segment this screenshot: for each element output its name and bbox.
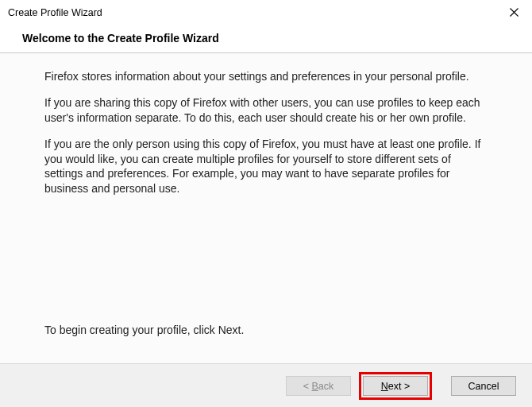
close-icon <box>510 7 519 19</box>
cancel-button-wrap: Cancel <box>438 372 518 400</box>
back-button: < Back <box>286 376 351 396</box>
next-rest: ext > <box>388 381 410 392</box>
spacer <box>44 207 488 323</box>
paragraph-single-user: If you are the only person using this co… <box>44 137 488 197</box>
next-button-highlight: Next > <box>359 372 432 400</box>
next-button[interactable]: Next > <box>363 376 428 396</box>
next-accel: N <box>381 381 388 392</box>
body-area: Firefox stores information about your se… <box>0 53 532 363</box>
content: Welcome to the Create Profile Wizard Fir… <box>0 25 532 407</box>
paragraph-begin: To begin creating your profile, click Ne… <box>44 323 488 338</box>
back-rest: ack <box>318 381 333 392</box>
window-title: Create Profile Wizard <box>8 7 102 18</box>
back-accel: B <box>311 381 318 392</box>
paragraph-intro: Firefox stores information about your se… <box>44 69 488 84</box>
cancel-button[interactable]: Cancel <box>451 376 516 396</box>
wizard-heading: Welcome to the Create Profile Wizard <box>0 25 532 52</box>
back-button-wrap: < Back <box>284 372 353 400</box>
paragraph-sharing: If you are sharing this copy of Firefox … <box>44 95 488 126</box>
back-prefix: < <box>303 381 312 392</box>
close-button[interactable] <box>495 0 532 25</box>
titlebar: Create Profile Wizard <box>0 0 532 25</box>
footer: < Back Next > Cancel <box>0 363 532 407</box>
